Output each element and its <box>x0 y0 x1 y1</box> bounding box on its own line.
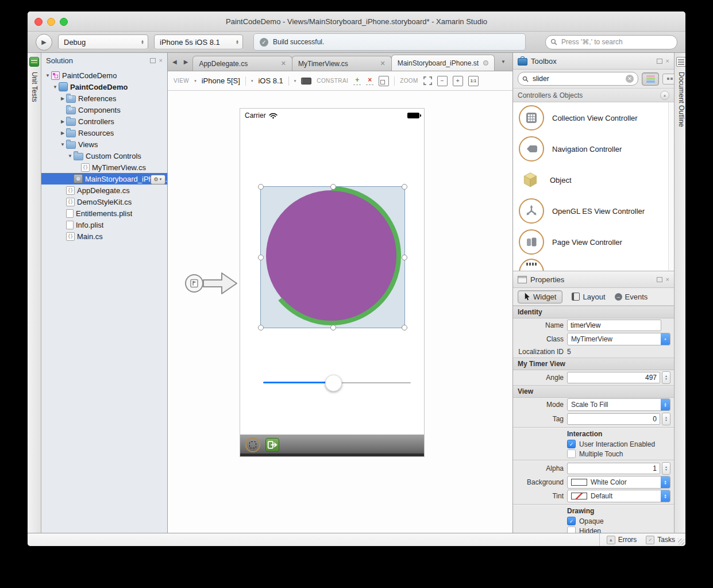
toolbox-item-opengl-es-view-controller[interactable]: OpenGL ES View Controller <box>513 195 674 226</box>
resize-handle[interactable] <box>402 255 407 260</box>
zoom-window-button[interactable] <box>60 18 68 26</box>
class-combo[interactable]: MyTimerView ▼ <box>567 333 670 345</box>
device-dropdown[interactable]: iPhone 5s iOS 8.1 ▲▼ <box>154 34 243 49</box>
tag-stepper[interactable]: ▲▼ <box>662 413 670 425</box>
close-window-button[interactable] <box>34 18 43 26</box>
actual-size-button[interactable]: 1:1 <box>468 76 479 86</box>
add-constraint-button[interactable]: + <box>353 77 361 85</box>
tree-item-resources[interactable]: ▶ Resources <box>41 127 167 139</box>
tab-widget[interactable]: Widget <box>518 290 562 303</box>
navigate-back-button[interactable]: ◀ <box>172 59 177 65</box>
remove-constraint-button[interactable]: × <box>366 77 373 85</box>
storyboard-canvas[interactable]: Carrier <box>168 91 512 533</box>
collapse-section-icon[interactable]: ▲ <box>660 91 669 100</box>
slider-thumb[interactable] <box>325 375 342 391</box>
tree-item-project[interactable]: ▼ PaintCodeDemo <box>41 81 167 93</box>
toolbox-item-object[interactable]: Object <box>513 164 674 195</box>
tree-item-appdelegate[interactable]: AppDelegate.cs <box>41 185 167 196</box>
tree-item-entitlements[interactable]: Entitlements.plist <box>41 207 167 219</box>
exit-segue-icon[interactable] <box>265 438 279 452</box>
tint-combo[interactable]: Default ▲▼ <box>567 490 670 502</box>
fit-to-window-button[interactable] <box>423 76 432 85</box>
zoom-in-button[interactable]: + <box>453 76 463 86</box>
tree-item-demostylekit[interactable]: DemoStyleKit.cs <box>41 196 167 207</box>
disclosure-expanded-icon[interactable]: ▼ <box>52 84 59 90</box>
toolbox-item-navigation-controller[interactable]: Navigation Controller <box>513 133 674 164</box>
tree-item-components[interactable]: Components <box>41 104 167 116</box>
storyboard-entry-point-arrow[interactable] <box>184 271 238 296</box>
angle-field[interactable] <box>567 372 660 383</box>
tab-mytimerview[interactable]: MyTimerView.cs ✕ <box>292 56 392 71</box>
resize-handle[interactable] <box>258 325 264 330</box>
tree-item-maincs[interactable]: Main.cs <box>41 230 167 242</box>
tree-item-solution[interactable]: ▼ PaintCodeDemo <box>41 70 167 81</box>
simulated-metrics-icon[interactable] <box>245 437 260 452</box>
alpha-field[interactable] <box>567 463 660 474</box>
resize-handle[interactable] <box>258 184 264 190</box>
disclosure-collapsed-icon[interactable]: ▶ <box>59 119 66 124</box>
close-pad-icon[interactable]: × <box>666 59 669 63</box>
search-input[interactable] <box>560 37 672 47</box>
configuration-dropdown[interactable]: Debug ▲▼ <box>58 34 148 49</box>
toolbox-item-collection-view-controller[interactable]: Collection View Controller <box>513 102 674 133</box>
angle-stepper[interactable]: ▲▼ <box>662 371 670 384</box>
resize-handle[interactable] <box>330 325 336 330</box>
multiple-touch-checkbox[interactable] <box>567 449 576 458</box>
tree-item-mytimerview[interactable]: MyTimerView.cs <box>41 162 167 173</box>
tree-item-views[interactable]: ▼ Views <box>41 139 167 150</box>
tree-item-infoplist[interactable]: Info.plist <box>41 219 167 230</box>
navigate-forward-button[interactable]: ▶ <box>184 59 188 65</box>
disclosure-collapsed-icon[interactable]: ▶ <box>59 96 66 101</box>
run-button[interactable]: ▶ <box>36 34 52 51</box>
opaque-checkbox[interactable]: ✓ <box>567 517 576 525</box>
view-section-header[interactable]: View <box>513 385 674 398</box>
toolbox-search-field[interactable]: ✕ <box>518 72 638 86</box>
mode-combo[interactable]: Scale To Fill ▲▼ <box>567 398 670 411</box>
resize-handle[interactable] <box>258 255 264 260</box>
item-options-gear-button[interactable]: ⚙▼ <box>151 175 165 185</box>
hidden-checkbox[interactable] <box>567 526 576 533</box>
close-tab-icon[interactable]: ✕ <box>281 60 286 67</box>
dock-pad-icon[interactable] <box>150 58 156 63</box>
identity-section-header[interactable]: Identity <box>513 306 674 318</box>
resize-handle[interactable] <box>402 325 407 330</box>
tab-appdelegate[interactable]: AppDelegate.cs ✕ <box>192 56 292 71</box>
alpha-stepper[interactable]: ▲▼ <box>662 462 670 475</box>
dock-pad-icon[interactable] <box>657 277 662 282</box>
tab-overflow-menu-button[interactable]: ▼ <box>494 59 512 64</box>
tab-events[interactable]: → Events <box>615 293 648 301</box>
disclosure-collapsed-icon[interactable]: ▶ <box>59 130 66 136</box>
tab-layout[interactable]: Layout <box>572 293 605 301</box>
toolbox-search-input[interactable] <box>531 74 623 83</box>
background-combo[interactable]: White Color ▲▼ <box>567 476 670 489</box>
toolbox-scrollbar[interactable] <box>668 102 674 271</box>
title-bar[interactable]: PaintCodeDemo - Views/MainStoryboard_iPh… <box>28 11 685 32</box>
unit-tests-tab[interactable]: Unit Tests <box>30 72 38 102</box>
user-interaction-checkbox[interactable]: ✓ <box>567 440 576 448</box>
os-version-selector[interactable]: iOS 8.1 <box>258 76 283 85</box>
name-field[interactable] <box>567 320 661 331</box>
ui-slider[interactable] <box>263 378 411 386</box>
tab-mainstoryboard[interactable]: MainStoryboard_iPhone.st <box>391 55 495 71</box>
device-selector[interactable]: iPhone 5[S] <box>202 76 240 85</box>
disclosure-expanded-icon[interactable]: ▼ <box>59 142 66 147</box>
dock-pad-icon[interactable] <box>657 59 662 64</box>
tree-item-custom-controls[interactable]: ▼ Custom Controls <box>41 150 167 162</box>
screen-orientation-icon[interactable] <box>301 78 311 84</box>
document-outline-tab[interactable]: Document Outline <box>677 72 685 127</box>
toolbox-item-page-view-controller[interactable]: Page View Controller <box>513 226 674 258</box>
global-search-field[interactable] <box>545 35 677 49</box>
toolbox-list-view-toggle[interactable] <box>642 72 659 86</box>
toolbox-section-header[interactable]: Controllers & Objects ▲ <box>513 88 674 102</box>
resize-mode-button[interactable] <box>379 76 389 86</box>
iphone-view-controller[interactable]: Carrier <box>240 108 425 457</box>
zoom-out-button[interactable]: − <box>437 76 448 86</box>
window-resize-grip[interactable] <box>678 539 684 545</box>
my-timer-view-section-header[interactable]: My Timer View <box>513 358 674 370</box>
toolbox-item-partial-icon[interactable] <box>519 259 544 271</box>
tree-item-references[interactable]: ▶ References <box>41 93 167 104</box>
close-tab-icon[interactable]: ✕ <box>380 60 385 67</box>
tasks-button[interactable]: ✓ Tasks <box>646 536 675 544</box>
close-pad-icon[interactable]: × <box>159 58 163 63</box>
disclosure-expanded-icon[interactable]: ▼ <box>44 73 51 78</box>
